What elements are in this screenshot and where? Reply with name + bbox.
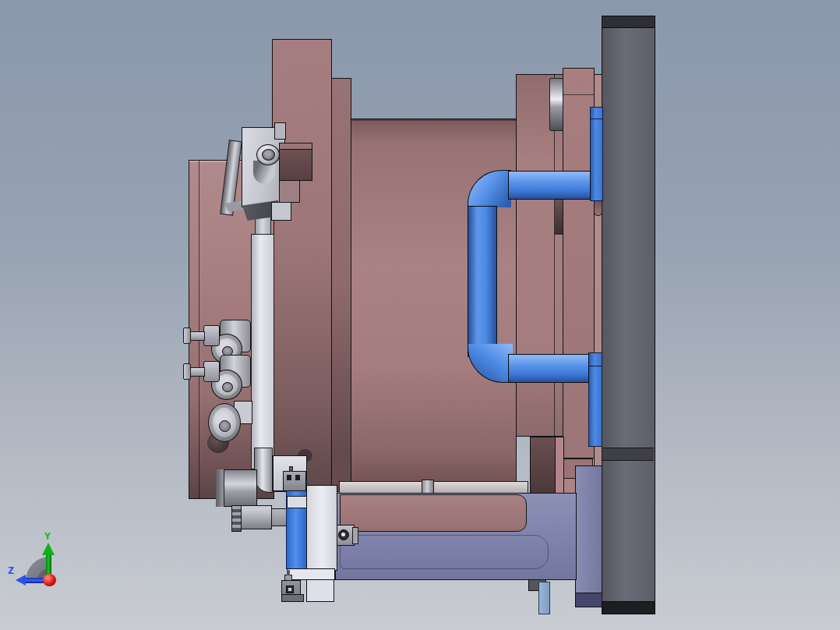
fitting-tab xyxy=(352,527,358,544)
sub-fitting-body[interactable] xyxy=(241,505,272,529)
housing-pocket-line xyxy=(340,535,549,569)
terminal-pin xyxy=(287,475,291,480)
pipe-vertical[interactable] xyxy=(468,206,497,357)
plate-seam xyxy=(563,94,594,95)
clamp-bar xyxy=(287,568,335,580)
bracket-flange xyxy=(279,180,300,203)
terminal-block[interactable] xyxy=(283,471,306,491)
clamp-foot-white xyxy=(306,579,334,602)
stud-rod xyxy=(189,331,205,341)
gray-foot xyxy=(281,594,304,602)
clamp-body-white[interactable] xyxy=(306,485,337,571)
washer-hole xyxy=(219,420,231,432)
rear-platen[interactable] xyxy=(602,16,655,614)
brown-block[interactable] xyxy=(279,149,312,181)
roller-nut xyxy=(203,325,220,346)
platen-bottom-band xyxy=(602,601,655,614)
fitting-bore-center xyxy=(341,533,345,536)
knob-pin xyxy=(287,570,290,575)
platen-mid-band xyxy=(602,448,654,461)
housing-pink-inset xyxy=(340,494,527,532)
plate-edge-line xyxy=(199,160,199,499)
terminal-pin-top xyxy=(289,466,293,472)
water-fitting-top[interactable] xyxy=(590,107,603,201)
fitting-seam xyxy=(589,366,602,366)
stud xyxy=(422,480,434,494)
mold-plate-a[interactable] xyxy=(272,39,332,492)
dark-slot xyxy=(555,197,563,235)
fitting-seam xyxy=(591,119,602,119)
bracket-step xyxy=(271,202,291,221)
bracket-tab xyxy=(274,122,286,140)
stud-cap xyxy=(183,363,191,380)
pipe-horizontal-top[interactable] xyxy=(508,171,591,200)
origin-sphere[interactable] xyxy=(43,574,56,586)
step-plate[interactable] xyxy=(331,78,351,492)
stud-rod xyxy=(189,367,205,377)
z-axis-label: Z xyxy=(8,565,14,575)
light-blue-pad xyxy=(538,582,550,614)
blue-slide-strip[interactable] xyxy=(286,480,307,569)
water-fitting-bottom[interactable] xyxy=(588,352,602,447)
z-axis-arrowhead[interactable] xyxy=(16,575,26,586)
clamp-tab xyxy=(287,496,307,508)
bolt-head-inner xyxy=(262,149,275,161)
terminal-pin xyxy=(295,475,300,480)
housing-column[interactable] xyxy=(575,465,602,593)
cad-viewport[interactable]: Y Z xyxy=(0,0,840,630)
bracket-hole-center xyxy=(288,588,291,591)
barrel-cap xyxy=(216,469,224,507)
guide-bar[interactable] xyxy=(251,234,274,469)
y-axis-arrowhead[interactable] xyxy=(42,543,55,555)
y-axis-label: Y xyxy=(44,531,51,541)
roller-nut xyxy=(203,361,220,382)
platen-top-cap xyxy=(602,16,655,28)
housing-dark-step xyxy=(575,593,602,607)
stud-cap xyxy=(183,327,191,344)
pin-nub xyxy=(594,200,602,216)
pipe-horizontal-bottom[interactable] xyxy=(508,354,589,383)
washer-hole xyxy=(222,382,233,392)
